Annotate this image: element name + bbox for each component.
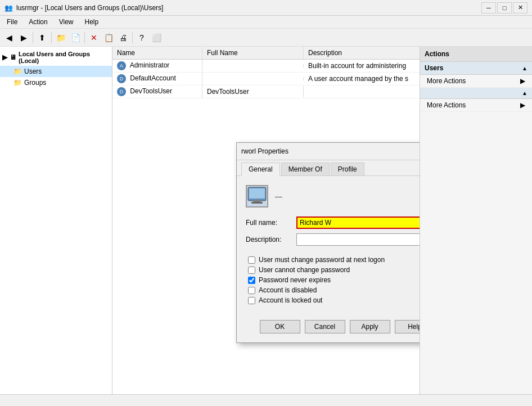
fullname-input[interactable]	[296, 216, 420, 229]
tab-member-of[interactable]: Member Of	[281, 163, 330, 175]
properties-dialog: rworl Properties ? ✕ General Member Of P…	[236, 142, 420, 343]
toolbar-delete[interactable]: ✕	[87, 31, 101, 44]
table-row[interactable]: A Administrator Built-in account for adm…	[112, 60, 420, 73]
description-label: Description:	[246, 236, 296, 243]
more-actions-arrow-1: ▶	[520, 77, 525, 85]
col-header-fullname: Full Name	[202, 47, 304, 59]
toolbar-back[interactable]: ◀	[2, 31, 16, 44]
user-row-icon: A	[117, 61, 126, 70]
description-row: Description:	[246, 233, 420, 246]
toolbar-extra[interactable]: ⬜	[150, 31, 163, 44]
toolbar-new[interactable]: 📄	[69, 31, 82, 44]
description-input[interactable]	[296, 233, 420, 246]
app-icon: 👥	[4, 4, 13, 12]
sidebar-groups-label: Groups	[24, 79, 46, 87]
sidebar-root-label: Local Users and Groups (Local)	[19, 51, 110, 64]
ok-button[interactable]: OK	[260, 320, 300, 333]
actions-panel: Actions Users ▲ More Actions ▶ ▲ More Ac…	[420, 47, 532, 394]
actions-section-secondary[interactable]: ▲	[420, 88, 532, 99]
separator-1	[33, 32, 33, 43]
dialog-body: — Full name: Description: User must chan…	[237, 176, 420, 315]
menu-bar: File Action View Help	[0, 16, 532, 29]
actions-more-secondary[interactable]: More Actions ▶	[420, 99, 532, 112]
checkbox-account-disabled-input[interactable]	[248, 287, 255, 294]
groups-folder-icon: 📁	[13, 79, 22, 87]
maximize-button[interactable]: □	[497, 2, 512, 13]
checkbox-cannot-change: User cannot change password	[246, 266, 420, 274]
menu-view[interactable]: View	[55, 17, 78, 27]
users-folder-icon: 📁	[13, 67, 22, 75]
actions-more-users[interactable]: More Actions ▶	[420, 75, 532, 88]
toolbar-show-hide[interactable]: 📁	[54, 31, 67, 44]
actions-users-label: Users	[425, 64, 443, 72]
table-row[interactable]: D DevToolsUser DevToolsUser	[112, 85, 420, 98]
menu-help[interactable]: Help	[80, 17, 103, 27]
toolbar-forward[interactable]: ▶	[17, 31, 30, 44]
computer-icon: 🖥	[10, 53, 16, 61]
sidebar-root[interactable]: ▶ 🖥 Local Users and Groups (Local)	[0, 49, 112, 66]
checkbox-account-locked-label: Account is locked out	[259, 296, 322, 304]
content-area: Name Full Name Description A Administrat…	[112, 47, 420, 394]
sidebar-item-users[interactable]: 📁 Users	[0, 66, 112, 77]
row-administrator-name: A Administrator	[112, 60, 202, 72]
toolbar-up[interactable]: ⬆	[35, 31, 49, 44]
row-devtoolsuser-name: D DevToolsUser	[112, 85, 202, 98]
sidebar-item-groups[interactable]: 📁 Groups	[0, 77, 112, 88]
row-administrator-fullname	[202, 64, 304, 67]
row-defaultaccount-name: D DefaultAccount	[112, 73, 202, 85]
tab-general[interactable]: General	[241, 163, 280, 176]
user-icon-area: —	[246, 185, 420, 207]
close-button[interactable]: ✕	[513, 2, 528, 13]
title-bar: 👥 lusrmgr - [Local Users and Groups (Loc…	[0, 0, 532, 16]
row-defaultaccount-fullname	[202, 77, 304, 80]
user-row-icon: D	[117, 87, 126, 96]
table-row[interactable]: D DefaultAccount A user account managed …	[112, 73, 420, 85]
status-bar	[0, 394, 532, 405]
actions-header: Actions	[420, 47, 532, 62]
checkbox-account-disabled-label: Account is disabled	[259, 286, 317, 294]
dialog-title: rworl Properties	[241, 147, 288, 155]
users-expand-icon: ▲	[522, 65, 528, 71]
main-layout: ▶ 🖥 Local Users and Groups (Local) 📁 Use…	[0, 47, 532, 394]
checkbox-must-change: User must change password at next logon	[246, 256, 420, 264]
minimize-button[interactable]: ─	[481, 2, 496, 13]
more-actions-label-2: More Actions	[427, 101, 466, 109]
menu-action[interactable]: Action	[24, 17, 52, 27]
apply-button[interactable]: Apply	[350, 320, 390, 333]
checkbox-account-locked-input[interactable]	[248, 297, 255, 304]
dialog-title-bar: rworl Properties ? ✕	[237, 143, 420, 160]
dialog-tabs: General Member Of Profile	[237, 160, 420, 176]
help-button[interactable]: Help	[395, 320, 420, 333]
toolbar-help[interactable]: ?	[135, 31, 148, 44]
svg-rect-4	[251, 202, 263, 204]
row-devtoolsuser-desc	[304, 90, 420, 93]
tab-profile[interactable]: Profile	[331, 163, 364, 175]
dialog-footer: OK Cancel Apply Help	[237, 315, 420, 342]
checkbox-account-locked: Account is locked out	[246, 296, 420, 304]
checkbox-cannot-change-password[interactable]	[248, 267, 255, 274]
row-defaultaccount-desc: A user account managed by the s	[304, 73, 420, 84]
checkbox-must-change-password[interactable]	[248, 256, 255, 264]
menu-file[interactable]: File	[2, 17, 22, 27]
fullname-label: Full name:	[246, 219, 296, 227]
user-row-icon: D	[117, 74, 126, 83]
separator-4	[132, 32, 133, 43]
fullname-row: Full name:	[246, 216, 420, 229]
row-administrator-desc: Built-in account for administering	[304, 60, 420, 71]
actions-section-users[interactable]: Users ▲	[420, 62, 532, 75]
checkbox-password-never-expires[interactable]	[248, 277, 255, 284]
checkbox-must-change-label: User must change password at next logon	[259, 256, 385, 264]
checkbox-cannot-change-label: User cannot change password	[259, 266, 350, 274]
col-header-description: Description	[304, 47, 420, 59]
dialog-username-display: —	[275, 192, 282, 201]
separator-3	[84, 32, 85, 43]
secondary-expand-icon: ▲	[522, 90, 528, 96]
cancel-button[interactable]: Cancel	[305, 320, 345, 333]
more-actions-label-1: More Actions	[427, 77, 466, 85]
sidebar-users-label: Users	[24, 67, 42, 75]
row-devtoolsuser-fullname: DevToolsUser	[202, 86, 304, 97]
toolbar-print[interactable]: 🖨	[116, 31, 130, 44]
toolbar-properties[interactable]: 📋	[102, 31, 115, 44]
sidebar: ▶ 🖥 Local Users and Groups (Local) 📁 Use…	[0, 47, 112, 394]
user-avatar	[246, 185, 268, 207]
